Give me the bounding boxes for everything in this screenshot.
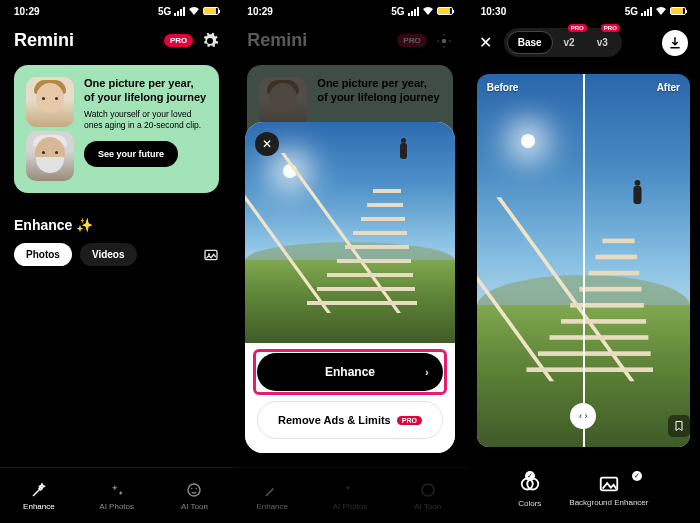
section-title: Enhance ✨ [0, 199, 233, 243]
section-title-text: Enhance [14, 217, 72, 233]
nav-enhance[interactable]: Enhance [0, 468, 78, 523]
remove-ads-label: Remove Ads & Limits [278, 414, 391, 426]
chevron-right-icon: › [425, 367, 428, 378]
model-segment: Base v2PRO v3PRO [504, 28, 622, 57]
screen-home: 10:29 5G Remini PRO One picture per year… [0, 0, 233, 523]
person-graphic [400, 143, 407, 159]
battery-icon [670, 7, 686, 15]
signal-icon [641, 7, 652, 16]
enhance-button[interactable]: Enhance › [257, 353, 442, 391]
pro-badge: PRO [601, 24, 620, 32]
remove-ads-button[interactable]: Remove Ads & Limits PRO [257, 401, 442, 439]
face-icon [185, 481, 203, 499]
battery-icon [203, 7, 219, 15]
screen-result: 10:30 5G ✕ Base v2PRO v3PRO [467, 0, 700, 523]
status-time: 10:30 [481, 6, 507, 17]
status-bar: 10:29 5G [0, 0, 233, 22]
tool-bg-enhancer[interactable]: ✓ Background Enhancer [569, 473, 648, 508]
header: Remini PRO [0, 22, 233, 59]
stairs-graphic [307, 155, 437, 305]
check-icon: ✓ [632, 471, 642, 481]
promo-sub: Watch yourself or your loved ones aging … [84, 109, 207, 131]
gallery-icon[interactable] [203, 247, 219, 263]
enhance-button-label: Enhance [325, 365, 375, 379]
face-young [26, 77, 74, 127]
before-label: Before [487, 82, 519, 93]
wand-icon [30, 481, 48, 499]
download-button[interactable] [662, 30, 688, 56]
bookmark-icon[interactable] [668, 415, 690, 437]
bottom-nav: Enhance AI Photos AI Toon [0, 467, 233, 523]
promo-title-2: of your lifelong journey [84, 91, 206, 103]
signal-icon [174, 7, 185, 16]
check-icon: ✓ [525, 471, 535, 481]
svg-point-2 [188, 484, 200, 496]
app-brand: Remini [247, 30, 307, 51]
status-net: 5G [391, 6, 404, 17]
download-icon [668, 36, 682, 50]
preview-photo [245, 122, 454, 345]
pro-badge: PRO [397, 416, 422, 425]
tab-photos[interactable]: Photos [14, 243, 72, 266]
promo-faces [26, 77, 74, 181]
media-tabs: Photos Videos [0, 243, 233, 266]
pro-badge: PRO [568, 24, 587, 32]
nav-ai-toon[interactable]: AI Toon [156, 468, 234, 523]
promo-title-1: One picture per year, [84, 77, 193, 89]
sparkle-double-icon [108, 481, 126, 499]
svg-point-3 [191, 487, 193, 489]
seg-v2[interactable]: v2PRO [553, 31, 586, 54]
sparkle-icon: ✨ [76, 217, 93, 233]
landscape-icon [598, 473, 620, 495]
status-bar: 10:29 5G [233, 0, 466, 22]
nav-ai-photos-label: AI Photos [99, 502, 134, 511]
wifi-icon [422, 6, 434, 16]
gear-icon[interactable] [201, 32, 219, 50]
status-net: 5G [625, 6, 638, 17]
status-time: 10:29 [247, 6, 273, 17]
seg-v3[interactable]: v3PRO [586, 31, 619, 54]
compare-divider[interactable] [583, 74, 585, 447]
wifi-icon [188, 6, 200, 16]
battery-icon [437, 7, 453, 15]
nav-ai-toon-label: AI Toon [181, 502, 208, 511]
screen-sheet: 10:29 5G Remini PRO One picture per year… [233, 0, 466, 523]
svg-point-6 [422, 484, 434, 496]
result-header: ✕ Base v2PRO v3PRO [467, 22, 700, 63]
nav-enhance-label: Enhance [23, 502, 55, 511]
tool-colors[interactable]: ✓ Colors [518, 473, 541, 508]
compare-handle[interactable]: ‹ › [570, 403, 596, 429]
status-bar: 10:30 5G [467, 0, 700, 22]
nav-ai-photos[interactable]: AI Photos [78, 468, 156, 523]
svg-point-4 [196, 487, 198, 489]
promo-cta-button[interactable]: See your future [84, 141, 178, 167]
promo-card[interactable]: One picture per year,of your lifelong jo… [14, 65, 219, 193]
after-label: After [657, 82, 680, 93]
app-brand: Remini [14, 30, 74, 51]
tool-bg-label: Background Enhancer [569, 499, 648, 508]
status-time: 10:29 [14, 6, 40, 17]
signal-icon [408, 7, 419, 16]
seg-base[interactable]: Base [507, 31, 553, 54]
face-old [26, 131, 74, 181]
tab-videos[interactable]: Videos [80, 243, 137, 266]
pro-badge[interactable]: PRO [164, 34, 193, 47]
pro-badge: PRO [397, 34, 426, 47]
promo-text: One picture per year,of your lifelong jo… [84, 77, 207, 181]
svg-point-5 [441, 38, 446, 43]
action-sheet: ✕ Enhance › Remove A [245, 122, 454, 453]
close-icon[interactable]: ✕ [479, 33, 492, 52]
tool-colors-label: Colors [518, 499, 541, 508]
gear-icon [435, 32, 453, 50]
wifi-icon [655, 6, 667, 16]
tool-bar: ✓ Colors ✓ Background Enhancer [467, 457, 700, 523]
status-net: 5G [158, 6, 171, 17]
before-after-compare[interactable]: Before After ‹ › [477, 74, 690, 447]
